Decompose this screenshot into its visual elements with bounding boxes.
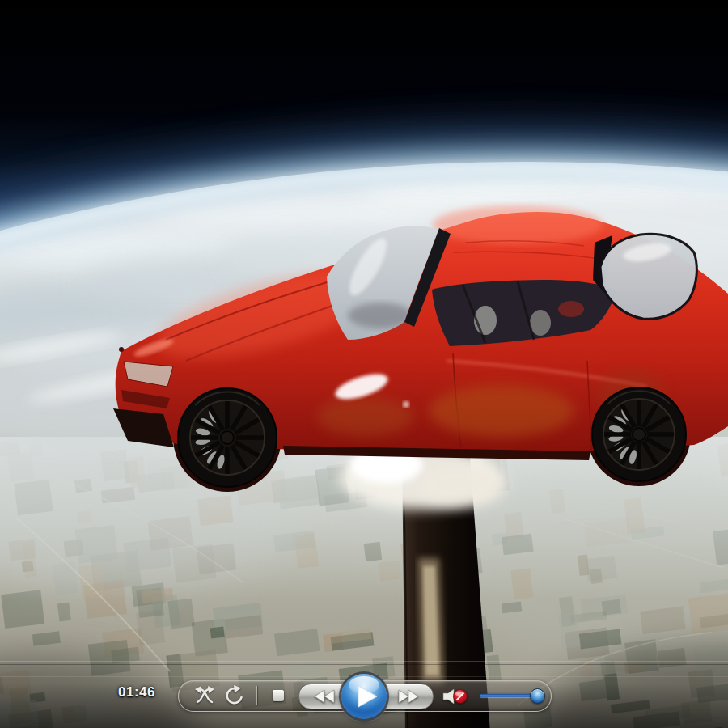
play-icon (341, 674, 387, 719)
rewind-button[interactable] (307, 687, 340, 706)
shuffle-icon (194, 685, 215, 706)
front-wheel (178, 388, 277, 487)
timestamp: 01:46 (118, 684, 155, 700)
rear-wheel (592, 387, 686, 481)
volume-slider-thumb[interactable] (530, 688, 545, 704)
shuffle-button[interactable] (194, 685, 215, 706)
repeat-icon (224, 685, 245, 706)
stop-icon (273, 690, 284, 701)
stop-button[interactable] (272, 689, 285, 702)
video-player-frame: 01:46 (0, 0, 728, 728)
repeat-button[interactable] (224, 685, 245, 706)
mute-button[interactable] (441, 686, 468, 707)
fast-forward-icon (393, 687, 425, 706)
mute-speaker-icon (441, 686, 468, 707)
rewind-icon (307, 687, 340, 706)
fast-forward-button[interactable] (393, 687, 425, 706)
video-still-scene (0, 0, 728, 728)
control-divider (256, 686, 257, 705)
play-button[interactable] (341, 674, 387, 719)
